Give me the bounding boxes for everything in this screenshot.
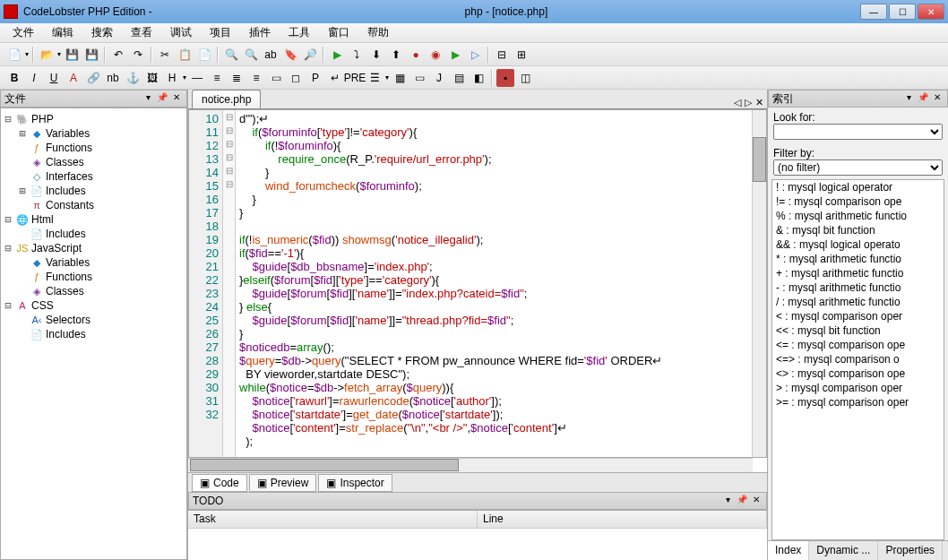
align-center-icon[interactable]: ≣: [228, 69, 246, 87]
uncomment-icon[interactable]: ⊞: [513, 46, 530, 64]
step-over-icon[interactable]: ⤵: [348, 46, 366, 64]
index-item[interactable]: & : mysql bit function: [772, 223, 944, 237]
menu-窗口[interactable]: 窗口: [321, 23, 357, 42]
bold-icon[interactable]: B: [5, 69, 23, 87]
index-item[interactable]: != : mysql comparison ope: [772, 194, 944, 209]
expand-icon[interactable]: ⊟: [3, 113, 13, 125]
tree-node-classes[interactable]: ◈Classes: [3, 284, 185, 298]
menu-文件[interactable]: 文件: [5, 23, 41, 42]
minimize-button[interactable]: —: [860, 4, 887, 20]
tab-prev-icon[interactable]: ◁: [734, 97, 741, 108]
scrollbar-horizontal[interactable]: [188, 458, 753, 472]
index-item[interactable]: <> : mysql comparison ope: [772, 366, 944, 381]
tab-next-icon[interactable]: ▷: [745, 97, 752, 108]
scrollbar-vertical[interactable]: [752, 110, 766, 457]
cut-icon[interactable]: ✂: [156, 46, 174, 64]
tab-notice[interactable]: notice.php: [192, 90, 261, 108]
index-item[interactable]: + : mysql arithmetic functio: [772, 266, 944, 280]
save-all-icon[interactable]: 💾: [82, 46, 100, 64]
tree-node-functions[interactable]: ƒFunctions: [3, 270, 185, 284]
copy-icon[interactable]: 📋: [176, 46, 194, 64]
tree-node-html[interactable]: ⊟🌐Html: [3, 212, 185, 227]
step-into-icon[interactable]: ⬇: [367, 46, 385, 64]
form-icon[interactable]: ▭: [410, 69, 428, 87]
undo-icon[interactable]: ↶: [109, 46, 127, 64]
filter-by-select[interactable]: (no filter): [773, 159, 943, 176]
run-to-icon[interactable]: ▷: [466, 46, 484, 64]
tree-node-interfaces[interactable]: ◇Interfaces: [3, 169, 185, 184]
index-item[interactable]: > : mysql comparison oper: [772, 381, 944, 395]
btab-preview[interactable]: ▣Preview: [249, 474, 317, 492]
tree-node-constants[interactable]: πConstants: [3, 198, 185, 212]
index-item[interactable]: >= : mysql comparison oper: [772, 395, 944, 409]
rtab-properties[interactable]: Properties: [878, 541, 943, 560]
tree-node-css[interactable]: ⊟ACSS: [3, 298, 185, 313]
span-icon[interactable]: ◻: [287, 69, 305, 87]
breakpoint-toggle-icon[interactable]: ◉: [427, 46, 444, 64]
tree-node-javascript[interactable]: ⊟JSJavaScript: [3, 241, 185, 255]
pre-icon[interactable]: PRE: [346, 69, 364, 87]
menu-工具[interactable]: 工具: [281, 23, 317, 42]
index-item[interactable]: ! : mysql logical operator: [772, 180, 944, 194]
script-icon[interactable]: J: [430, 69, 448, 87]
tree-node-functions[interactable]: ƒFunctions: [3, 141, 185, 155]
save-icon[interactable]: 💾: [63, 46, 81, 64]
panel-menu-icon[interactable]: ▾: [142, 92, 154, 105]
expand-icon[interactable]: ⊞: [17, 185, 28, 197]
code-editor[interactable]: 1011121314151617181920212223242526272829…: [188, 109, 767, 458]
rtab-index[interactable]: Index: [768, 541, 809, 560]
style-icon[interactable]: ▤: [450, 69, 468, 87]
br-icon[interactable]: ↵: [326, 69, 344, 87]
todo-close-icon[interactable]: ✕: [750, 495, 763, 507]
index-list[interactable]: ! : mysql logical operator!= : mysql com…: [771, 179, 944, 540]
open-icon[interactable]: 📂: [38, 46, 56, 64]
todo-menu-icon[interactable]: ▾: [721, 495, 734, 507]
redo-icon[interactable]: ↷: [129, 46, 147, 64]
font-color-icon[interactable]: A: [65, 69, 82, 87]
p-icon[interactable]: P: [306, 69, 324, 87]
div-icon[interactable]: ▭: [267, 69, 285, 87]
right-pin-icon[interactable]: 📌: [917, 92, 929, 105]
paste-icon[interactable]: 📄: [195, 46, 213, 64]
file-tree[interactable]: ⊟🐘PHP⊞◆VariablesƒFunctions◈Classes◇Inter…: [0, 108, 187, 560]
index-item[interactable]: * : mysql arithmetic functio: [772, 252, 944, 266]
find-icon[interactable]: 🔍: [222, 46, 240, 64]
bookmark-icon[interactable]: 🔖: [281, 46, 299, 64]
tag-icon[interactable]: ◧: [470, 69, 487, 87]
tree-node-includes[interactable]: 📄Includes: [3, 327, 185, 341]
todo-col-line[interactable]: Line: [478, 511, 767, 528]
replace-icon[interactable]: ab: [262, 46, 280, 64]
index-item[interactable]: <= : mysql comparison ope: [772, 338, 944, 352]
tab-close-icon[interactable]: ✕: [755, 97, 763, 108]
todo-col-task[interactable]: Task: [188, 511, 478, 528]
image-icon[interactable]: 🖼: [143, 69, 161, 87]
panel-close-icon[interactable]: ✕: [170, 92, 183, 105]
anchor-icon[interactable]: ⚓: [124, 69, 142, 87]
menu-调试[interactable]: 调试: [163, 23, 199, 42]
hr-icon[interactable]: —: [188, 69, 206, 87]
expand-icon[interactable]: ⊟: [3, 299, 13, 312]
panel-pin-icon[interactable]: 📌: [156, 92, 168, 105]
rtab-dynamic[interactable]: Dynamic ...: [809, 541, 878, 560]
index-item[interactable]: - : mysql arithmetic functio: [772, 280, 944, 295]
align-right-icon[interactable]: ≡: [247, 69, 265, 87]
heading-icon[interactable]: H: [163, 69, 181, 87]
index-item[interactable]: % : mysql arithmetic functio: [772, 209, 944, 223]
link-icon[interactable]: 🔗: [84, 69, 102, 87]
btab-inspector[interactable]: ▣Inspector: [318, 474, 392, 492]
align-left-icon[interactable]: ≡: [208, 69, 226, 87]
underline-icon[interactable]: U: [45, 69, 63, 87]
tree-node-variables[interactable]: ◆Variables: [3, 255, 185, 270]
look-for-select[interactable]: [773, 124, 943, 140]
code-area[interactable]: d'");↵ if($foruminfo['type']!='category'…: [236, 110, 752, 457]
maximize-button[interactable]: ☐: [889, 4, 916, 20]
expand-icon[interactable]: ⊞: [17, 127, 28, 140]
tree-node-includes[interactable]: ⊞📄Includes: [3, 184, 185, 198]
tree-node-php[interactable]: ⊟🐘PHP: [3, 112, 185, 126]
menu-项目[interactable]: 项目: [203, 23, 238, 42]
index-item[interactable]: <=> : mysql comparison o: [772, 352, 944, 366]
nbsp-icon[interactable]: nb: [104, 69, 122, 87]
search-icon[interactable]: 🔎: [301, 46, 319, 64]
index-item[interactable]: && : mysql logical operato: [772, 237, 944, 252]
menu-编辑[interactable]: 编辑: [45, 23, 81, 42]
